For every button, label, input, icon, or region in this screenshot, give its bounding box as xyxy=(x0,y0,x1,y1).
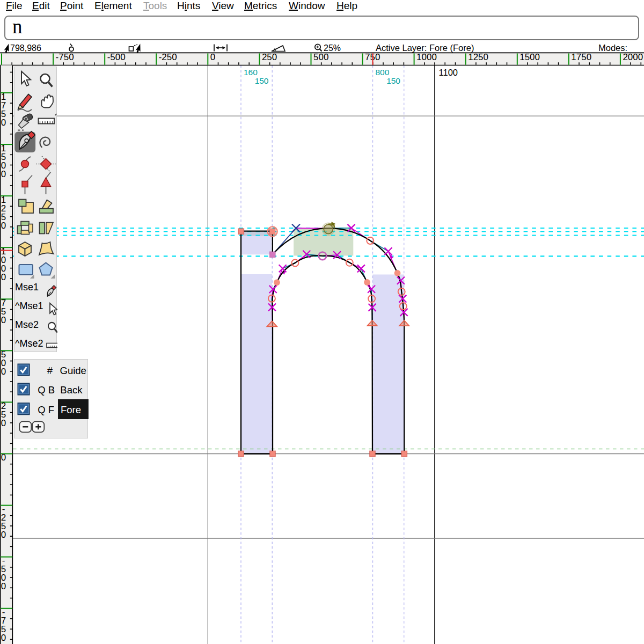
svg-text:#: # xyxy=(47,365,53,376)
svg-text:0: 0 xyxy=(1,272,6,282)
svg-text:Back: Back xyxy=(60,384,83,396)
svg-text:0: 0 xyxy=(1,581,6,591)
svg-text:0: 0 xyxy=(1,530,6,540)
svg-text:Guide: Guide xyxy=(60,365,86,376)
svg-text:0: 0 xyxy=(1,633,6,643)
svg-text:0: 0 xyxy=(1,418,6,428)
svg-text:0: 0 xyxy=(1,221,6,231)
svg-text:Mse2: Mse2 xyxy=(15,319,39,330)
svg-text:^Mse2: ^Mse2 xyxy=(15,338,43,349)
svg-text:0: 0 xyxy=(1,118,6,128)
svg-text:Fore: Fore xyxy=(61,404,81,415)
svg-text:0: 0 xyxy=(1,452,6,463)
svg-text:^Mse1: ^Mse1 xyxy=(15,301,43,311)
svg-text:Q F: Q F xyxy=(38,404,54,415)
svg-text:Mse1: Mse1 xyxy=(15,282,39,292)
svg-text:0: 0 xyxy=(1,169,6,179)
svg-text:Q B: Q B xyxy=(38,384,55,396)
svg-text:0: 0 xyxy=(1,315,6,325)
svg-text:0: 0 xyxy=(1,367,6,377)
